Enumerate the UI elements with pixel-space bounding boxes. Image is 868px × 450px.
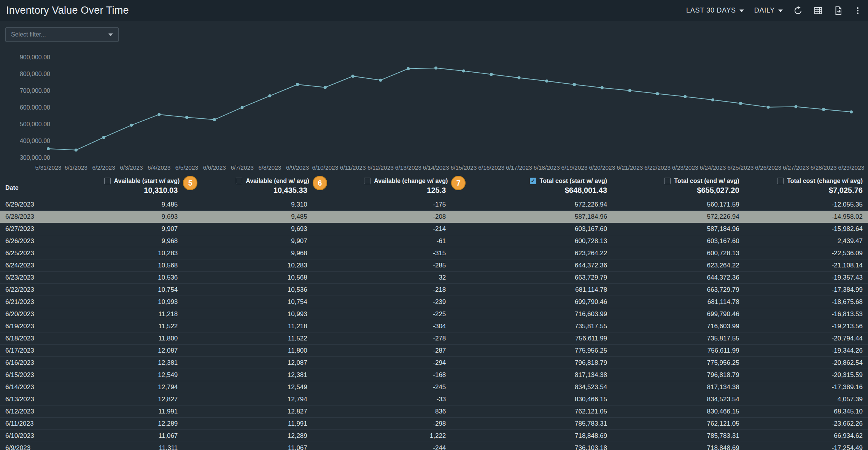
- row-date: 6/26/2023: [0, 237, 65, 245]
- table-header: Date Available (start w/ avg) 5 10,310.0…: [0, 174, 868, 199]
- column-header-5[interactable]: Total cost (change w/ avg) $7,025.76: [745, 177, 868, 195]
- chart-point[interactable]: [296, 83, 299, 86]
- table-row[interactable]: 6/14/202312,79412,549-245834,523.54817,1…: [0, 381, 868, 393]
- row-cell: 9,485: [183, 213, 312, 221]
- row-cell: 10,993: [65, 298, 183, 306]
- table-row[interactable]: 6/9/202311,31111,067-244736,103.18718,84…: [0, 442, 868, 450]
- chart-point[interactable]: [379, 79, 382, 82]
- column-checkbox[interactable]: [664, 178, 671, 184]
- chart-point[interactable]: [351, 75, 355, 78]
- filter-select[interactable]: Select filter...: [5, 27, 119, 42]
- column-header-1[interactable]: Available (end w/ avg) 6 10,435.33: [183, 177, 312, 195]
- x-axis-label: 6/1/2023: [65, 164, 87, 171]
- date-column-header[interactable]: Date: [0, 184, 65, 195]
- table-view-button[interactable]: [813, 6, 823, 16]
- table-row[interactable]: 6/24/202310,56810,283-285644,372.36623,2…: [0, 259, 868, 272]
- chart-point[interactable]: [434, 67, 437, 70]
- row-date: 6/20/2023: [0, 310, 65, 318]
- chart-point[interactable]: [711, 99, 714, 102]
- row-cell: -23,662.26: [745, 420, 868, 428]
- x-axis-label: 6/12/2023: [367, 164, 394, 171]
- kebab-menu-button[interactable]: [854, 6, 862, 16]
- table-row[interactable]: 6/22/202310,75410,536-218681,114.78663,7…: [0, 284, 868, 296]
- table-row[interactable]: 6/12/202311,99112,827836762,121.05830,46…: [0, 405, 868, 418]
- chart-point[interactable]: [75, 149, 78, 152]
- column-header-0[interactable]: Available (start w/ avg) 5 10,310.03: [65, 177, 183, 195]
- x-axis-label: 6/4/2023: [148, 164, 170, 171]
- chart-point[interactable]: [130, 124, 133, 127]
- table-row[interactable]: 6/25/202310,2839,968-315623,264.22600,72…: [0, 247, 868, 259]
- table-row[interactable]: 6/27/20239,9079,693-214603,167.60587,184…: [0, 223, 868, 235]
- table-row[interactable]: 6/16/202312,38112,087-294796,818.79775,9…: [0, 357, 868, 369]
- chart-point[interactable]: [518, 76, 521, 80]
- table-row[interactable]: 6/13/202312,82712,794-33830,466.15834,52…: [0, 393, 868, 405]
- row-cell: 12,549: [183, 383, 312, 391]
- chart-point[interactable]: [656, 92, 659, 95]
- chart-point[interactable]: [601, 86, 604, 89]
- column-label: Available (change w/ avg): [374, 177, 448, 185]
- chart-point[interactable]: [573, 83, 576, 86]
- x-axis-label: 6/21/2023: [617, 164, 643, 171]
- row-cell: -168: [313, 371, 451, 379]
- chart-point[interactable]: [102, 136, 105, 139]
- column-checkbox[interactable]: [104, 178, 111, 184]
- column-header-3[interactable]: ✓ Total cost (start w/ avg) $648,001.43: [451, 177, 612, 195]
- column-header-4[interactable]: Total cost (end w/ avg) $655,027.20: [612, 177, 744, 195]
- table-row[interactable]: 6/23/202310,53610,56832663,729.79644,372…: [0, 272, 868, 284]
- table-row[interactable]: 6/26/20239,9689,907-61600,728.13603,167.…: [0, 235, 868, 247]
- column-header-2[interactable]: Available (change w/ avg) 7 125.3: [313, 177, 451, 195]
- column-aggregate-value: 10,310.03: [144, 186, 178, 195]
- x-axis-label: 6/16/2023: [478, 164, 504, 171]
- row-cell: 796,818.79: [451, 359, 612, 367]
- chart-point[interactable]: [628, 89, 631, 92]
- chart-point[interactable]: [47, 147, 50, 150]
- row-cell: 600,728.13: [612, 250, 744, 257]
- refresh-button[interactable]: [793, 6, 803, 16]
- chart-point[interactable]: [684, 95, 687, 98]
- column-checkbox[interactable]: [777, 178, 784, 184]
- table-row[interactable]: 6/18/202311,80011,522-278756,611.99735,8…: [0, 332, 868, 345]
- time-range-selector[interactable]: LAST 30 DAYS: [686, 6, 744, 14]
- chart-point[interactable]: [739, 102, 742, 105]
- row-date: 6/14/2023: [0, 383, 65, 391]
- row-cell: 12,827: [183, 408, 312, 415]
- chart-point[interactable]: [268, 94, 271, 97]
- chart-point[interactable]: [241, 106, 244, 109]
- chart-point[interactable]: [794, 105, 797, 108]
- chart-point[interactable]: [407, 67, 410, 70]
- chart-point[interactable]: [545, 80, 548, 83]
- chart-point[interactable]: [822, 108, 825, 111]
- interval-selector[interactable]: DAILY: [754, 6, 783, 14]
- chart-point[interactable]: [490, 73, 493, 76]
- x-axis-label: 6/23/2023: [672, 164, 698, 171]
- table-row[interactable]: 6/21/202310,99310,754-239699,790.46681,1…: [0, 296, 868, 308]
- row-cell: 736,103.18: [451, 444, 612, 450]
- row-cell: 785,783.31: [451, 420, 612, 428]
- export-button[interactable]: [833, 6, 843, 16]
- table-row[interactable]: 6/19/202311,52211,218-304735,817.55716,6…: [0, 320, 868, 332]
- chart-point[interactable]: [324, 86, 327, 89]
- column-checkbox[interactable]: [236, 178, 242, 184]
- row-cell: 560,171.59: [612, 201, 744, 208]
- row-cell: 11,311: [65, 444, 183, 450]
- row-cell: 4,057.39: [745, 396, 868, 403]
- column-checkbox[interactable]: [364, 178, 370, 184]
- table-row[interactable]: 6/20/202311,21810,993-225716,603.99699,7…: [0, 308, 868, 320]
- chart-point[interactable]: [850, 110, 853, 113]
- column-checkbox[interactable]: ✓: [530, 178, 536, 184]
- table-row[interactable]: 6/10/202311,06712,2891,222718,848.69785,…: [0, 430, 868, 442]
- chart-point[interactable]: [213, 118, 216, 121]
- table-row[interactable]: 6/28/20239,6939,485-208587,184.96572,226…: [0, 211, 868, 223]
- chart-point[interactable]: [462, 70, 465, 73]
- row-cell: 11,800: [65, 335, 183, 342]
- table-row[interactable]: 6/17/202312,08711,800-287775,956.25756,6…: [0, 345, 868, 357]
- chart-point[interactable]: [157, 113, 161, 116]
- chart-point[interactable]: [185, 116, 188, 119]
- row-date: 6/12/2023: [0, 408, 65, 415]
- table-row[interactable]: 6/29/20239,4859,310-175572,226.94560,171…: [0, 199, 868, 211]
- row-cell: 10,993: [183, 310, 312, 318]
- table-row[interactable]: 6/11/202312,28911,991-298785,783.31762,1…: [0, 418, 868, 430]
- row-date: 6/24/2023: [0, 262, 65, 269]
- chart-point[interactable]: [767, 106, 770, 109]
- table-row[interactable]: 6/15/202312,54912,381-168817,134.38796,8…: [0, 369, 868, 381]
